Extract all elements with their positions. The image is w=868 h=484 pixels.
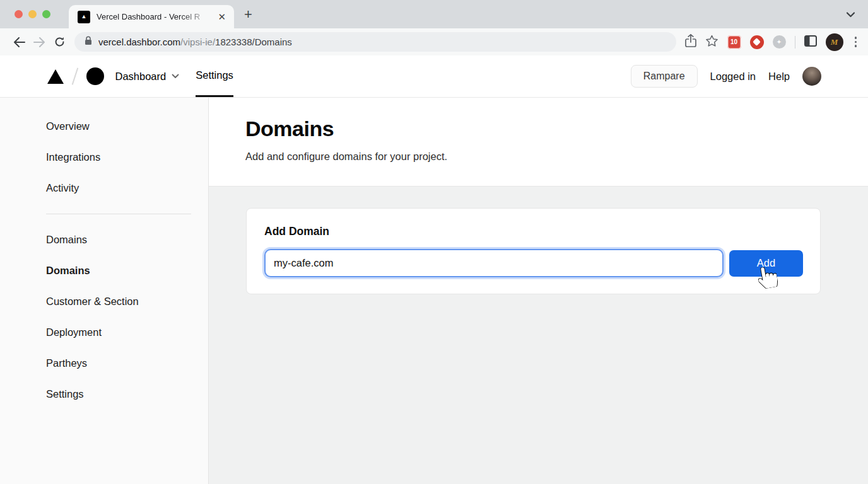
help-link[interactable]: Help bbox=[768, 71, 790, 83]
sidebar-item-settings[interactable]: Settings bbox=[0, 379, 208, 410]
vercel-favicon-icon: ▲ bbox=[78, 11, 90, 23]
forward-icon[interactable] bbox=[29, 37, 49, 47]
browser-tab-bar: ▲ Vercel Dashboard - Vercel R ✕ + bbox=[0, 0, 868, 28]
site-header: Dashboard Settings Rampare Logged in Hel… bbox=[0, 55, 868, 98]
browser-menu-icon[interactable] bbox=[852, 37, 860, 47]
url-text: vercel.dashbor.com/vipsi-ie/1823338/Doma… bbox=[98, 37, 292, 47]
sidebar-item-customer-section[interactable]: Customer & Section bbox=[0, 286, 208, 317]
sidebar-item-integrations[interactable]: Integrations bbox=[0, 142, 208, 173]
tab-search-chevron-icon[interactable] bbox=[846, 9, 855, 20]
main-content: Add Domain Add bbox=[209, 187, 868, 484]
login-status-link[interactable]: Logged in bbox=[710, 71, 756, 83]
domain-input[interactable] bbox=[264, 249, 724, 277]
new-tab-button[interactable]: + bbox=[244, 8, 252, 21]
main-header: Domains Add and configure domains for yo… bbox=[209, 98, 868, 187]
user-avatar[interactable] bbox=[802, 67, 821, 86]
reload-icon[interactable] bbox=[49, 37, 69, 47]
site-header-right: Rampare Logged in Help bbox=[631, 55, 821, 97]
sidebar-item-overview[interactable]: Overview bbox=[0, 111, 208, 142]
tab-settings[interactable]: Settings bbox=[196, 55, 233, 97]
tab-title: Vercel Dashboard - Vercel R bbox=[97, 12, 216, 21]
project-avatar[interactable] bbox=[86, 67, 104, 85]
window-close-button[interactable] bbox=[15, 10, 23, 18]
dashboard-menu[interactable]: Dashboard bbox=[115, 71, 180, 83]
team-button[interactable]: Rampare bbox=[631, 65, 698, 88]
toolbar-divider bbox=[795, 36, 795, 49]
browser-toolbar: vercel.dashbor.com/vipsi-ie/1823338/Doma… bbox=[0, 28, 868, 55]
lock-icon bbox=[85, 36, 92, 48]
sidebar-item-partheys[interactable]: Partheys bbox=[0, 348, 208, 379]
site-header-left: Dashboard Settings bbox=[47, 55, 233, 97]
browser-window: ▲ Vercel Dashboard - Vercel R ✕ + vercel… bbox=[0, 0, 868, 484]
browser-profile-avatar[interactable]: M bbox=[826, 33, 843, 51]
settings-sidebar: Overview Integrations Activity Domains D… bbox=[0, 98, 209, 484]
sidebar-item-domains-active[interactable]: Domains bbox=[0, 255, 208, 286]
page-body: Overview Integrations Activity Domains D… bbox=[0, 98, 868, 484]
extension-gray-circle-icon[interactable]: ✦ bbox=[773, 35, 786, 49]
page-subtitle: Add and configure domains for your proje… bbox=[245, 151, 868, 163]
window-minimize-button[interactable] bbox=[28, 10, 37, 18]
address-bar[interactable]: vercel.dashbor.com/vipsi-ie/1823338/Doma… bbox=[74, 32, 676, 52]
add-domain-card: Add Domain Add bbox=[246, 208, 821, 294]
sidebar-item-deployment[interactable]: Deployment bbox=[0, 317, 208, 348]
add-domain-card-title: Add Domain bbox=[264, 225, 803, 238]
side-panel-icon[interactable] bbox=[804, 35, 817, 49]
sidebar-item-domains[interactable]: Domains bbox=[0, 224, 208, 255]
url-path: 1823338/Domains bbox=[215, 37, 292, 47]
extension-red-square-icon[interactable]: 10 bbox=[727, 35, 741, 49]
add-button[interactable]: Add bbox=[729, 250, 803, 277]
window-controls bbox=[0, 10, 50, 18]
page-title: Domains bbox=[245, 117, 868, 141]
bookmark-star-icon[interactable] bbox=[705, 35, 718, 50]
share-icon[interactable] bbox=[685, 34, 696, 50]
toolbar-actions: 10 ✦ M bbox=[685, 33, 860, 51]
sidebar-divider bbox=[46, 214, 191, 214]
add-domain-row: Add bbox=[264, 249, 803, 277]
browser-tab[interactable]: ▲ Vercel Dashboard - Vercel R ✕ bbox=[69, 5, 234, 28]
breadcrumb-slash bbox=[72, 67, 78, 84]
sidebar-item-activity[interactable]: Activity bbox=[0, 173, 208, 204]
url-domain: vercel.dashbor.com bbox=[98, 37, 180, 47]
extension-red-circle-icon[interactable] bbox=[750, 35, 764, 49]
url-path-faded: /vipsi-ie/ bbox=[180, 37, 215, 47]
vercel-logo-icon[interactable] bbox=[47, 69, 64, 84]
back-icon[interactable] bbox=[9, 37, 29, 47]
window-zoom-button[interactable] bbox=[42, 10, 50, 18]
chevron-down-icon bbox=[172, 74, 179, 79]
dashboard-menu-label: Dashboard bbox=[115, 71, 167, 83]
tab-close-icon[interactable]: ✕ bbox=[216, 11, 228, 23]
main-panel: Domains Add and configure domains for yo… bbox=[209, 98, 868, 484]
